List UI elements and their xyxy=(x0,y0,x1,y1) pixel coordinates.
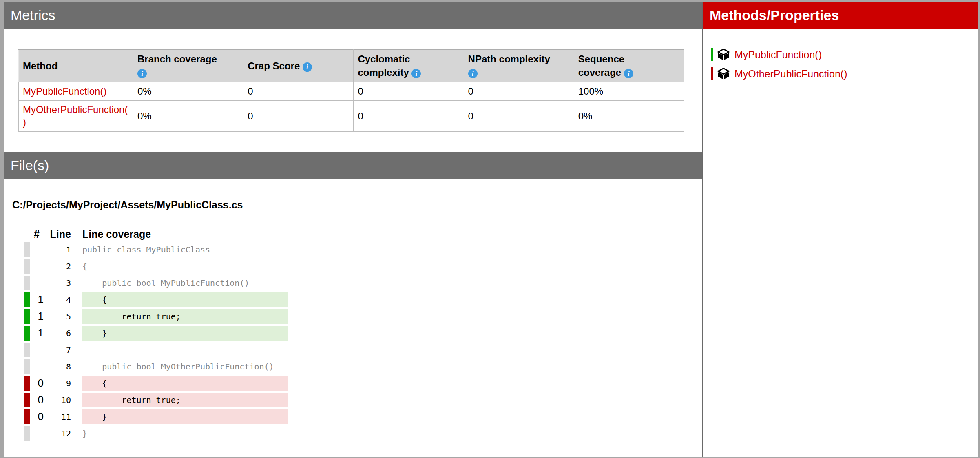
line-number: 10 xyxy=(44,393,71,407)
metrics-section-header: Metrics xyxy=(4,2,702,29)
metric-value: 0 xyxy=(243,82,354,101)
code-line: public bool MyPublicFunction() xyxy=(82,276,288,290)
method-list-item[interactable]: MyPublicFunction() xyxy=(711,48,978,61)
gap-cell xyxy=(71,426,82,441)
cube-icon xyxy=(717,68,730,80)
gap-cell xyxy=(71,292,82,307)
file-path: C:/Projects/MyProject/Assets/MyPublicCla… xyxy=(12,199,702,211)
gap-cell xyxy=(71,326,82,341)
info-icon[interactable]: i xyxy=(303,62,312,72)
hit-count xyxy=(30,426,44,441)
line-status-bar xyxy=(24,259,30,274)
line-status-bar xyxy=(24,376,30,391)
info-icon[interactable]: i xyxy=(624,69,633,78)
code-listing: # Line Line coverage 1public class MyPub… xyxy=(24,226,702,443)
code-line-row: 12} xyxy=(24,426,288,441)
code-line-row: 1public class MyPublicClass xyxy=(24,242,288,257)
line-number: 7 xyxy=(44,343,71,357)
code-line: return true; xyxy=(82,309,288,324)
method-cell: MyPublicFunction() xyxy=(19,82,133,101)
info-icon[interactable]: i xyxy=(468,69,478,78)
gap-cell xyxy=(71,259,82,274)
metrics-table-header-row: MethodBranch coverage iCrap Score iCyclo… xyxy=(19,50,684,82)
metric-value: 0 xyxy=(243,101,354,131)
line-status-bar xyxy=(24,309,30,324)
line-number: 9 xyxy=(44,376,71,391)
method-link[interactable]: MyPublicFunction() xyxy=(23,86,106,97)
right-page-edge xyxy=(978,2,980,457)
code-line-row: 011 } xyxy=(24,409,288,424)
line-status-bar xyxy=(24,276,30,290)
line-number: 11 xyxy=(44,409,71,424)
files-section-header: File(s) xyxy=(4,152,702,179)
metric-value: 0% xyxy=(133,101,243,131)
metrics-table-row: MyOtherPublicFunction()0%0000% xyxy=(19,101,684,131)
hit-count xyxy=(30,259,44,274)
line-status-bar xyxy=(24,409,30,424)
gap-cell xyxy=(71,376,82,391)
code-line: public class MyPublicClass xyxy=(82,242,288,257)
metric-value: 0% xyxy=(574,101,684,131)
code-line-row: 15 return true; xyxy=(24,309,288,324)
metrics-column-header: Method xyxy=(19,50,133,82)
info-icon[interactable]: i xyxy=(411,69,421,78)
metrics-table-row: MyPublicFunction()0%000100% xyxy=(19,82,684,101)
line-number: 3 xyxy=(44,276,71,290)
method-list-item[interactable]: MyOtherPublicFunction() xyxy=(711,67,978,80)
gap-cell xyxy=(71,343,82,357)
code-line: } xyxy=(82,326,288,341)
metrics-column-header: Branch coverage i xyxy=(133,50,243,82)
metrics-section-title: Metrics xyxy=(11,7,55,23)
line-number: 6 xyxy=(44,326,71,341)
gap-cell xyxy=(71,359,82,374)
code-table-header-row: # Line Line coverage xyxy=(24,228,288,240)
cube-icon xyxy=(717,49,730,61)
line-number: 8 xyxy=(44,359,71,374)
hit-count: 1 xyxy=(30,292,44,307)
gap-cell xyxy=(71,393,82,407)
method-link[interactable]: MyOtherPublicFunction() xyxy=(23,104,128,128)
hit-count: 1 xyxy=(30,309,44,324)
metrics-table: MethodBranch coverage iCrap Score iCyclo… xyxy=(18,49,684,132)
code-line: { xyxy=(82,292,288,307)
line-column-header: Line xyxy=(44,228,71,240)
gap-column-header xyxy=(71,228,82,240)
gap-cell xyxy=(71,409,82,424)
coverage-column-header: Line coverage xyxy=(82,228,288,240)
methods-panel-header: Methods/Properties xyxy=(703,2,978,29)
methods-panel-title: Methods/Properties xyxy=(710,7,839,23)
method-item-link[interactable]: MyOtherPublicFunction() xyxy=(734,68,847,80)
metric-value: 0 xyxy=(464,82,574,101)
line-number: 5 xyxy=(44,309,71,324)
code-line: public bool MyOtherPublicFunction() xyxy=(82,359,288,374)
method-item-link[interactable]: MyPublicFunction() xyxy=(734,49,822,61)
code-line-row: 16 } xyxy=(24,326,288,341)
hits-column-header: # xyxy=(30,228,44,240)
code-line: { xyxy=(82,376,288,391)
code-line xyxy=(82,343,288,357)
code-line-row: 010 return true; xyxy=(24,393,288,407)
code-line-row: 14 { xyxy=(24,292,288,307)
metrics-column-header: NPath complexity i xyxy=(464,50,574,82)
info-icon[interactable]: i xyxy=(137,69,147,78)
line-status-bar xyxy=(24,426,30,441)
methods-properties-panel: Methods/Properties MyPublicFunction()MyO… xyxy=(703,2,978,457)
metric-value: 0 xyxy=(354,82,464,101)
metric-value: 0 xyxy=(464,101,574,131)
left-page-edge xyxy=(0,2,4,457)
hit-count: 0 xyxy=(30,376,44,391)
metric-value: 100% xyxy=(574,82,684,101)
metric-value: 0 xyxy=(354,101,464,131)
method-cell: MyOtherPublicFunction() xyxy=(19,101,133,131)
metrics-column-header: Sequencecoverage i xyxy=(574,50,684,82)
line-number: 2 xyxy=(44,259,71,274)
hit-count xyxy=(30,242,44,257)
line-status-bar xyxy=(24,343,30,357)
gap-cell xyxy=(71,242,82,257)
hit-count: 0 xyxy=(30,409,44,424)
line-status-bar xyxy=(24,292,30,307)
code-line-row: 3 public bool MyPublicFunction() xyxy=(24,276,288,290)
code-line: } xyxy=(82,409,288,424)
gap-cell xyxy=(71,309,82,324)
code-line-row: 8 public bool MyOtherPublicFunction() xyxy=(24,359,288,374)
